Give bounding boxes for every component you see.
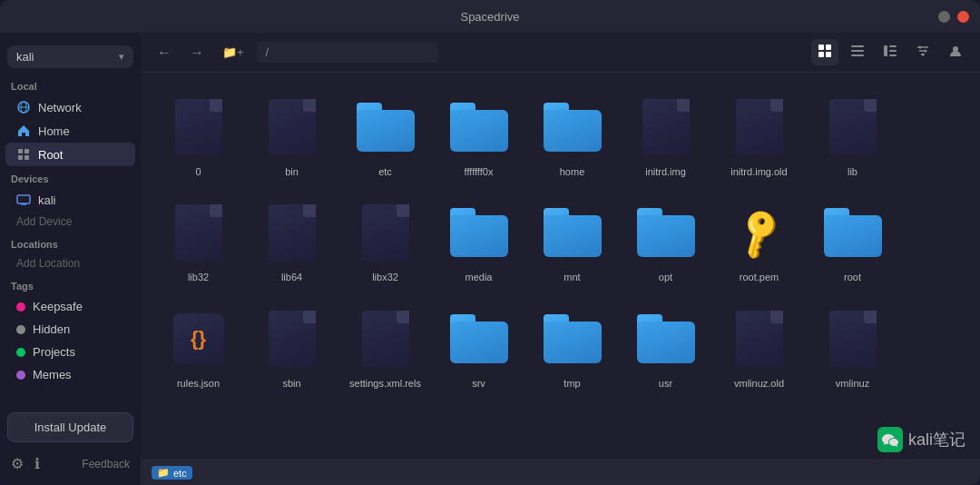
close-button[interactable] bbox=[957, 11, 969, 23]
file-item[interactable]: mnt bbox=[529, 193, 615, 291]
filter-button[interactable] bbox=[909, 39, 936, 65]
sidebar-item-network[interactable]: Network bbox=[5, 95, 135, 119]
sidebar-item-kali[interactable]: kali bbox=[5, 188, 135, 212]
svg-rect-3 bbox=[18, 149, 23, 153]
sidebar-item-home[interactable]: Home bbox=[5, 119, 135, 143]
location-dropdown[interactable]: kali ▾ bbox=[7, 45, 133, 68]
forward-button[interactable]: → bbox=[184, 41, 210, 64]
file-icon-wrap bbox=[820, 306, 886, 371]
devices-section-label: Devices bbox=[0, 166, 141, 188]
file-label: lib64 bbox=[281, 271, 302, 283]
hidden-dot bbox=[16, 325, 25, 334]
svg-point-25 bbox=[925, 50, 927, 53]
add-location-button[interactable]: Add Location bbox=[5, 253, 135, 273]
minimize-button[interactable] bbox=[938, 11, 950, 23]
svg-rect-11 bbox=[826, 45, 831, 50]
watermark: kali笔记 bbox=[877, 427, 965, 452]
folder-icon bbox=[450, 314, 508, 363]
grid-view-button[interactable] bbox=[811, 39, 838, 65]
file-icon-wrap bbox=[353, 94, 418, 160]
file-grid: 0 bin etc fffffff0x home initrd.img init… bbox=[141, 73, 980, 460]
svg-rect-5 bbox=[18, 155, 23, 160]
file-item[interactable]: 0 bbox=[155, 87, 241, 185]
svg-point-24 bbox=[919, 46, 922, 49]
svg-rect-12 bbox=[818, 52, 824, 57]
main-layout: kali ▾ Local Network bbox=[0, 33, 980, 485]
file-label: lib bbox=[848, 165, 858, 178]
sidebar-item-root[interactable]: Root bbox=[5, 143, 135, 166]
file-item[interactable]: settings.xml.rels bbox=[342, 299, 428, 397]
file-item[interactable]: {} rules.json bbox=[155, 299, 241, 397]
detail-view-button[interactable] bbox=[877, 39, 904, 65]
file-item[interactable]: vmlinuz.old bbox=[716, 299, 802, 397]
sidebar-item-tag-keepsafe[interactable]: Keepsafe bbox=[5, 295, 135, 318]
root-label: Root bbox=[38, 148, 63, 162]
file-item[interactable]: initrd.img.old bbox=[716, 87, 802, 185]
new-folder-button[interactable]: 📁+ bbox=[217, 42, 250, 63]
sidebar-item-tag-hidden[interactable]: Hidden bbox=[5, 318, 135, 341]
breadcrumb: / bbox=[257, 42, 438, 63]
sidebar-item-tag-memes[interactable]: Memes bbox=[5, 363, 135, 386]
file-icon-wrap bbox=[353, 306, 418, 371]
file-icon-wrap bbox=[353, 200, 418, 265]
titlebar: Spacedrive bbox=[0, 0, 980, 33]
install-update-button[interactable]: Install Update bbox=[7, 412, 133, 442]
file-item[interactable]: media bbox=[436, 193, 522, 291]
file-item[interactable]: etc bbox=[342, 87, 428, 185]
sidebar-item-tag-projects[interactable]: Projects bbox=[5, 341, 135, 363]
settings-icon[interactable]: ⚙ bbox=[11, 455, 24, 472]
file-label: initrd.img.old bbox=[730, 165, 787, 178]
list-view-button[interactable] bbox=[844, 39, 871, 65]
file-icon-wrap bbox=[727, 306, 792, 371]
add-device-button[interactable]: Add Device bbox=[5, 212, 135, 232]
file-label: lib32 bbox=[188, 271, 209, 283]
local-section-label: Local bbox=[0, 74, 141, 95]
account-button[interactable] bbox=[942, 39, 969, 65]
folder-icon: 📁 bbox=[157, 467, 170, 479]
memes-dot bbox=[16, 371, 25, 380]
file-item[interactable]: tmp bbox=[529, 299, 615, 397]
file-item[interactable]: 🔑 root.pem bbox=[716, 193, 802, 291]
about-icon[interactable]: ℹ bbox=[34, 455, 40, 472]
file-item[interactable]: srv bbox=[436, 299, 522, 397]
file-item[interactable]: lib32 bbox=[155, 193, 241, 291]
projects-dot bbox=[16, 348, 25, 357]
file-item[interactable]: root bbox=[809, 193, 896, 291]
file-label: root bbox=[844, 271, 861, 283]
network-label: Network bbox=[38, 101, 82, 114]
file-label: tmp bbox=[564, 377, 580, 390]
svg-rect-6 bbox=[24, 155, 29, 160]
back-button[interactable]: ← bbox=[152, 41, 177, 64]
feedback-button[interactable]: Feedback bbox=[51, 458, 130, 470]
file-item[interactable]: libx32 bbox=[342, 193, 428, 291]
file-label: initrd.img bbox=[645, 165, 686, 178]
file-label: mnt bbox=[564, 271, 580, 283]
doc-icon bbox=[829, 311, 877, 367]
file-icon-wrap bbox=[633, 306, 699, 371]
doc-icon bbox=[269, 204, 316, 261]
window-controls bbox=[938, 11, 969, 23]
file-icon-wrap bbox=[540, 94, 605, 160]
file-item[interactable]: initrd.img bbox=[622, 87, 709, 185]
device-icon bbox=[16, 193, 31, 207]
file-icon-wrap: {} bbox=[166, 306, 231, 371]
file-item[interactable]: fffffff0x bbox=[436, 87, 522, 185]
file-item[interactable]: vmlinuz bbox=[809, 299, 896, 397]
file-item[interactable]: home bbox=[529, 87, 615, 185]
file-item[interactable]: lib bbox=[809, 87, 896, 185]
toolbar-right bbox=[811, 39, 969, 65]
file-item[interactable]: usr bbox=[622, 299, 709, 397]
file-item[interactable]: lib64 bbox=[249, 193, 335, 291]
network-icon bbox=[16, 100, 31, 114]
doc-icon bbox=[175, 99, 222, 155]
file-item[interactable]: bin bbox=[249, 87, 335, 185]
file-item[interactable]: opt bbox=[622, 193, 709, 291]
file-label: srv bbox=[472, 377, 485, 390]
watermark-text: kali笔记 bbox=[908, 429, 965, 450]
doc-icon bbox=[362, 204, 409, 261]
file-label: sbin bbox=[282, 377, 300, 390]
keepsafe-label: Keepsafe bbox=[33, 300, 83, 313]
file-item[interactable]: sbin bbox=[249, 299, 335, 397]
svg-rect-7 bbox=[17, 195, 30, 203]
folder-icon bbox=[544, 208, 602, 257]
